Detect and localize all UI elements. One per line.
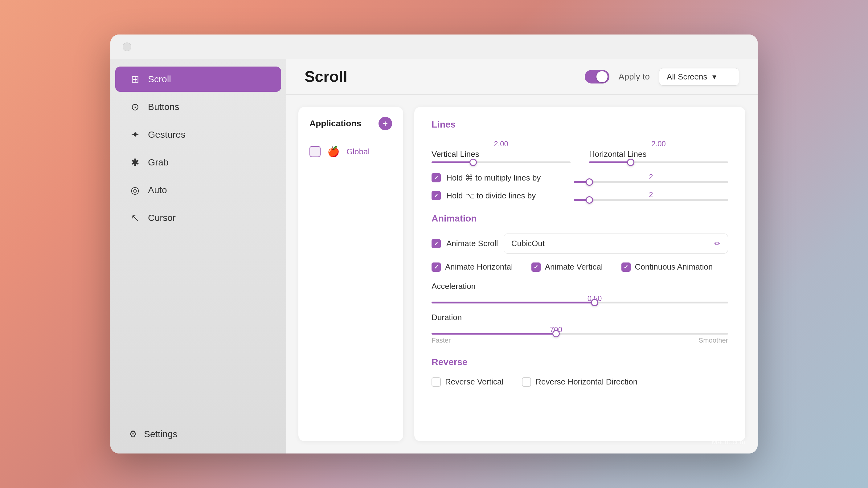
animate-vertical-checkbox[interactable]: [531, 262, 541, 272]
divide-track: [574, 199, 728, 201]
plus-icon: +: [383, 119, 388, 128]
acceleration-thumb[interactable]: [591, 299, 598, 306]
animate-vertical-label: Animate Vertical: [545, 262, 603, 272]
duration-group: Duration 700: [432, 313, 728, 345]
sidebar-item-cursor[interactable]: ↖ Cursor: [115, 205, 281, 230]
continuous-animation-checkbox[interactable]: [621, 262, 631, 272]
reverse-section-title: Reverse: [432, 357, 728, 367]
watermark: Macrb.com: [712, 438, 745, 446]
traffic-light-close[interactable]: [123, 42, 131, 51]
divide-checkbox[interactable]: [432, 191, 441, 200]
sidebar-item-scroll[interactable]: ⊞ Scroll: [115, 67, 281, 92]
main-window: ⊞ Scroll ⊙ Buttons ✦ Gestures ✱ Grab ◎ A…: [110, 34, 758, 454]
lines-section: Lines 2.00 Vertical Lines: [432, 119, 728, 201]
animate-scroll-value-input[interactable]: CubicOut ✏: [504, 233, 728, 254]
app-label-global: Global: [346, 147, 370, 157]
sidebar-item-auto[interactable]: ◎ Auto: [115, 177, 281, 203]
horizontal-lines-fill: [589, 161, 631, 163]
settings-panel: Lines 2.00 Vertical Lines: [414, 107, 745, 441]
vertical-lines-label: Vertical Lines: [432, 150, 479, 159]
page-title: Scroll: [305, 68, 576, 86]
duration-fill: [432, 333, 556, 334]
acceleration-track: [432, 302, 728, 303]
acceleration-fill: [432, 302, 595, 303]
main-content: Scroll Apply to All Screens ▾ Applicatio…: [286, 59, 758, 454]
sidebar-item-buttons[interactable]: ⊙ Buttons: [115, 94, 281, 120]
scroll-icon: ⊞: [129, 73, 141, 85]
reverse-section: Reverse Reverse Vertical Reverse Horizon…: [432, 357, 728, 387]
multiply-track: [574, 181, 728, 183]
duration-track: [432, 333, 728, 334]
divide-slider[interactable]: [574, 199, 728, 201]
multiply-value: 2: [649, 172, 653, 181]
duration-label: Duration: [432, 313, 462, 322]
add-application-button[interactable]: +: [378, 117, 392, 130]
horizontal-lines-label-row: Horizontal Lines: [589, 150, 728, 159]
sidebar-label-cursor: Cursor: [148, 213, 176, 223]
chevron-down-icon: ▾: [712, 72, 716, 82]
continuous-animation-group: Continuous Animation: [621, 262, 713, 272]
applications-panel: Applications + 🍎 Global: [299, 107, 403, 441]
acceleration-slider[interactable]: [432, 302, 728, 303]
horizontal-lines-track: [589, 161, 728, 163]
apply-to-value: All Screens: [667, 72, 707, 82]
acceleration-group: Acceleration 0.50: [432, 282, 728, 303]
animate-horizontal-group: Animate Horizontal: [432, 262, 513, 272]
animate-horizontal-label: Animate Horizontal: [445, 262, 513, 272]
animate-vertical-group: Animate Vertical: [531, 262, 603, 272]
cursor-icon: ↖: [129, 212, 141, 224]
settings-icon: ⚙: [129, 428, 137, 439]
multiply-checkbox[interactable]: [432, 173, 441, 183]
multiply-slider[interactable]: [574, 181, 728, 183]
apps-header: Applications +: [299, 107, 403, 138]
animate-horizontal-checkbox[interactable]: [432, 262, 441, 272]
smoother-label: Smoother: [699, 336, 728, 345]
animate-options-row: Animate Horizontal Animate Vertical Cont…: [432, 262, 728, 272]
reverse-vertical-group: Reverse Vertical: [432, 377, 503, 387]
scroll-toggle[interactable]: [585, 70, 610, 84]
cubicout-value: CubicOut: [512, 239, 545, 248]
animate-scroll-label: Animate Scroll: [446, 239, 498, 248]
gestures-icon: ✦: [129, 129, 141, 140]
sidebar: ⊞ Scroll ⊙ Buttons ✦ Gestures ✱ Grab ◎ A…: [110, 59, 286, 454]
duration-thumb[interactable]: [552, 330, 560, 337]
sidebar-item-grab[interactable]: ✱ Grab: [115, 150, 281, 175]
header: Scroll Apply to All Screens ▾: [286, 59, 758, 95]
apply-to-label: Apply to: [619, 72, 650, 82]
divide-label: Hold ⌥ to divide lines by: [446, 191, 536, 201]
multiply-label: Hold ⌘ to multiply lines by: [446, 173, 541, 183]
main-sliders-row: 2.00 Vertical Lines: [432, 139, 728, 163]
duration-labels: Faster Smoother: [432, 336, 728, 345]
sidebar-item-gestures[interactable]: ✦ Gestures: [115, 122, 281, 147]
reverse-vertical-label: Reverse Vertical: [445, 377, 503, 387]
divide-row: Hold ⌥ to divide lines by 2: [432, 190, 728, 201]
auto-icon: ◎: [129, 184, 141, 196]
animation-section-title: Animation: [432, 213, 728, 224]
reverse-horizontal-checkbox[interactable]: [522, 378, 531, 387]
reverse-vertical-checkbox[interactable]: [432, 378, 441, 387]
vertical-lines-thumb[interactable]: [469, 159, 477, 166]
vertical-lines-label-row: Vertical Lines: [432, 150, 570, 159]
multiply-thumb[interactable]: [586, 178, 593, 186]
reverse-options-row: Reverse Vertical Reverse Horizontal Dire…: [432, 377, 728, 387]
vertical-lines-fill: [432, 161, 473, 163]
vertical-lines-slider[interactable]: [432, 161, 570, 163]
app-item-global[interactable]: 🍎 Global: [299, 138, 403, 165]
duration-label-row: Duration: [432, 313, 728, 322]
horizontal-lines-thumb[interactable]: [627, 159, 634, 166]
acceleration-label: Acceleration: [432, 282, 475, 291]
edit-icon[interactable]: ✏: [714, 239, 720, 248]
divide-thumb[interactable]: [586, 196, 593, 204]
continuous-animation-label: Continuous Animation: [635, 262, 713, 272]
acceleration-label-row: Acceleration: [432, 282, 728, 291]
duration-slider[interactable]: [432, 333, 728, 334]
sidebar-item-settings[interactable]: ⚙ Settings: [115, 422, 281, 446]
content-area: Applications + 🍎 Global Li: [286, 95, 758, 454]
animate-scroll-checkbox[interactable]: [432, 239, 441, 248]
apply-to-select[interactable]: All Screens ▾: [659, 68, 739, 86]
horizontal-lines-slider[interactable]: [589, 161, 728, 163]
faster-label: Faster: [432, 336, 451, 345]
apps-title: Applications: [309, 119, 361, 128]
sidebar-label-buttons: Buttons: [148, 102, 179, 112]
sidebar-label-auto: Auto: [148, 185, 167, 195]
